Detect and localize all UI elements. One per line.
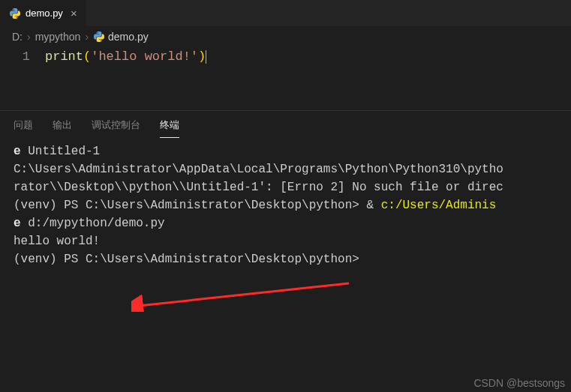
annotation-arrow-icon [131,282,356,312]
chevron-right-icon: › [85,31,89,43]
panel-tabs: 问题 输出 调试控制台 终端 [0,111,571,138]
code-line: print('hello world!') [45,49,571,65]
close-icon[interactable]: × [71,7,77,19]
code-editor[interactable]: 1 print('hello world!') [0,47,571,110]
tab-demo-py[interactable]: demo.py × [0,0,87,26]
breadcrumb-drive: D: [12,31,23,43]
bottom-panel: 问题 输出 调试控制台 终端 e Untitled-1 C:\Users\Adm… [0,110,571,273]
watermark: CSDN @bestsongs [473,377,565,389]
tab-problems[interactable]: 问题 [14,118,33,132]
tab-debug-console[interactable]: 调试控制台 [92,118,140,132]
tab-filename: demo.py [26,7,63,19]
breadcrumb-file: demo.py [93,31,149,43]
breadcrumb-folder: mypython [35,31,81,43]
terminal-content[interactable]: e Untitled-1 C:\Users\Administrator\AppD… [0,138,571,273]
breadcrumb[interactable]: D: › mypython › demo.py [0,26,571,47]
svg-line-0 [139,283,349,306]
tab-terminal[interactable]: 终端 [160,118,179,132]
text-cursor [206,50,206,64]
tab-bar: demo.py × [0,0,571,26]
line-number: 1 [0,49,45,65]
python-icon [93,31,105,43]
tab-output[interactable]: 输出 [53,118,72,132]
chevron-right-icon: › [27,31,31,43]
python-icon [9,7,21,19]
